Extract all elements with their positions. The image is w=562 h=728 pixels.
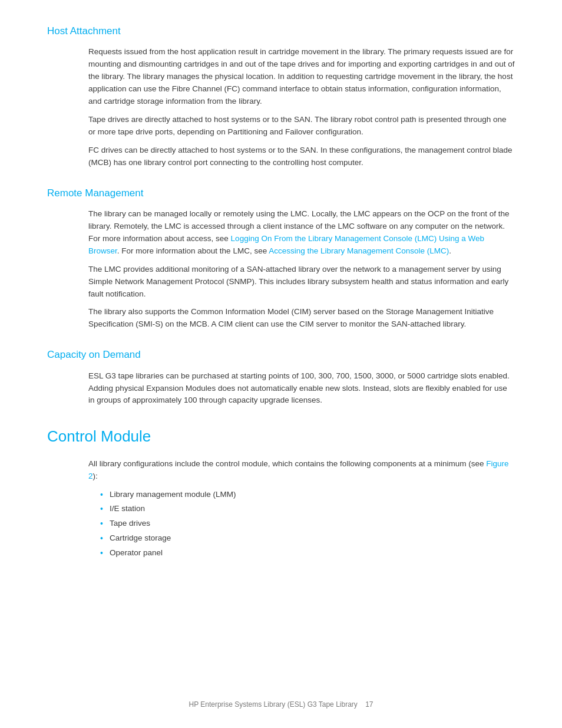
list-item: Library management module (LMM) [100, 489, 515, 501]
remote-management-heading: Remote Management [47, 186, 515, 201]
host-attachment-para-3: FC drives can be directly attached to ho… [88, 144, 515, 169]
host-attachment-section: Host Attachment Requests issued from the… [47, 24, 515, 169]
control-module-heading: Control Module [47, 424, 515, 448]
capacity-on-demand-section: Capacity on Demand ESL G3 tape libraries… [47, 347, 515, 407]
page: Host Attachment Requests issued from the… [0, 0, 562, 728]
page-number: 17 [365, 700, 373, 709]
footer-text: HP Enterprise Systems Library (ESL) G3 T… [189, 700, 357, 709]
host-attachment-heading: Host Attachment [47, 24, 515, 39]
control-module-section: Control Module All library configuration… [47, 424, 515, 559]
list-item: Operator panel [100, 547, 515, 559]
control-module-intro-before: All library configurations include the c… [88, 459, 486, 468]
remote-management-para-3: The library also supports the Common Inf… [88, 306, 515, 331]
control-module-intro: All library configurations include the c… [88, 458, 515, 483]
control-module-intro-after: ): [93, 472, 98, 480]
list-item: Tape drives [100, 518, 515, 530]
control-module-list: Library management module (LMM) I/E stat… [100, 489, 515, 560]
host-attachment-para-1: Requests issued from the host applicatio… [88, 46, 515, 108]
page-footer: HP Enterprise Systems Library (ESL) G3 T… [0, 699, 562, 710]
lmc-access-link[interactable]: Accessing the Library Management Console… [269, 246, 449, 255]
host-attachment-para-2: Tape drives are directly attached to hos… [88, 114, 515, 139]
list-item: Cartridge storage [100, 532, 515, 545]
list-item: I/E station [100, 503, 515, 515]
remote-management-para-1: The library can be managed locally or re… [88, 208, 515, 258]
remote-management-section: Remote Management The library can be man… [47, 186, 515, 331]
capacity-on-demand-heading: Capacity on Demand [47, 347, 515, 363]
remote-management-para-2: The LMC provides additional monitoring o… [88, 263, 515, 301]
capacity-on-demand-para-1: ESL G3 tape libraries can be purchased a… [88, 370, 515, 407]
